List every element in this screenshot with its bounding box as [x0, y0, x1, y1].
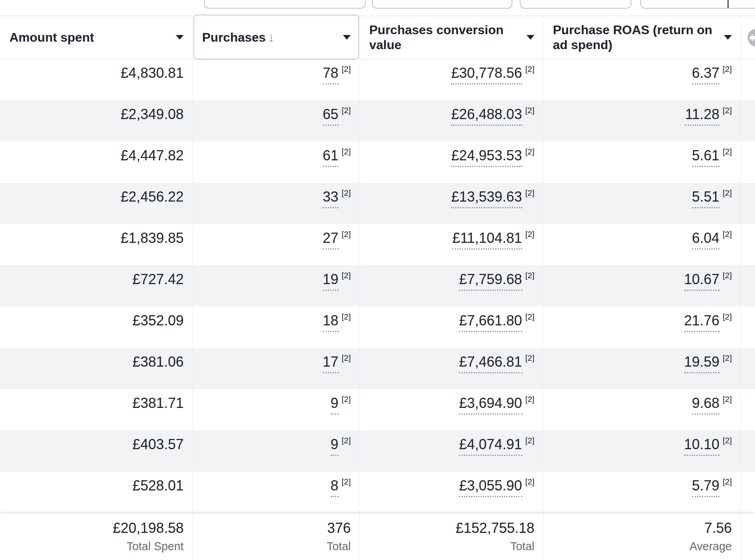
table-row: £352.09 18[2] £7,661.80[2] 21.76[2] — [0, 307, 755, 348]
amount-spent-value: £528.01 — [133, 477, 184, 494]
conversion-value[interactable]: £7,759.68 — [459, 271, 522, 291]
purchases-value[interactable]: 9 — [331, 395, 339, 415]
totals-value: 7.56 — [543, 520, 732, 536]
footnote-marker: [2] — [342, 353, 351, 362]
toolbar-control-divider — [727, 0, 729, 8]
footnote-marker: [2] — [525, 106, 534, 115]
purchases-value[interactable]: 8 — [331, 477, 339, 497]
roas-value[interactable]: 5.61 — [692, 147, 720, 167]
purchases-value[interactable]: 9 — [331, 436, 339, 456]
footnote-marker: [2] — [723, 271, 732, 280]
roas-value[interactable]: 5.79 — [692, 477, 720, 497]
totals-row: £20,198.58 Total Spent 376 Total £152,75… — [0, 513, 755, 560]
totals-spacer — [741, 513, 755, 560]
table-row: £528.01 8[2] £3,055.90[2] 5.79[2] — [0, 472, 755, 513]
roas-value[interactable]: 19.59 — [684, 354, 720, 373]
column-menu-caret-icon[interactable] — [527, 35, 534, 40]
totals-label: Total Spent — [0, 540, 184, 553]
roas-value[interactable]: 9.68 — [692, 395, 720, 415]
amount-spent-cell: £381.06 — [0, 348, 193, 389]
conversion-value[interactable]: £7,466.81 — [459, 354, 522, 373]
purchases-cell: 27[2] — [193, 224, 360, 265]
purchases-value[interactable]: 19 — [323, 271, 339, 291]
amount-spent-cell: £352.09 — [0, 307, 193, 348]
roas-value[interactable]: 21.76 — [684, 312, 720, 332]
purchases-value[interactable]: 17 — [323, 354, 339, 373]
column-header-amount-spent[interactable]: Amount spent — [0, 16, 193, 59]
spacer-cell — [741, 472, 755, 513]
roas-cell: 5.61[2] — [543, 141, 741, 183]
totals-label: Average — [543, 540, 732, 553]
conversion-value[interactable]: £30,778.56 — [451, 65, 522, 84]
conversion-value-cell: £7,466.81[2] — [360, 348, 543, 389]
roas-value[interactable]: 10.67 — [684, 271, 720, 291]
column-header-label: Amount spent — [9, 30, 176, 45]
spacer-cell — [741, 348, 755, 389]
spacer-cell — [741, 265, 755, 307]
footnote-marker: [2] — [525, 312, 534, 321]
table-row: £4,447.82 61[2] £24,953.53[2] 5.61[2] — [0, 141, 755, 183]
conversion-value[interactable]: £3,694.90 — [459, 395, 522, 415]
conversion-value[interactable]: £4,074.91 — [459, 436, 522, 456]
table-header-row: Amount spent Purchases↓ Purchases conver… — [0, 16, 755, 59]
arrow-left-icon-bar — [752, 36, 755, 39]
roas-cell: 5.51[2] — [543, 183, 741, 224]
roas-value[interactable]: 6.37 — [692, 65, 720, 84]
purchases-value[interactable]: 78 — [323, 65, 339, 84]
purchases-cell: 18[2] — [193, 307, 360, 348]
roas-value[interactable]: 11.28 — [685, 106, 719, 126]
toolbar-control-2[interactable] — [372, 0, 512, 9]
column-header-purchases[interactable]: Purchases↓ — [193, 16, 360, 59]
conversion-value[interactable]: £7,661.80 — [459, 312, 522, 332]
footnote-marker: [2] — [342, 147, 351, 156]
footnote-marker: [2] — [342, 395, 351, 404]
roas-value[interactable]: 6.04 — [692, 230, 720, 250]
column-header-purchases-conversion-value[interactable]: Purchases conversion value — [360, 16, 543, 59]
footnote-marker: [2] — [525, 353, 534, 362]
amount-spent-value: £352.09 — [133, 312, 184, 329]
conversion-value-cell: £7,661.80[2] — [360, 307, 543, 348]
conversion-value[interactable]: £13,539.63 — [451, 189, 522, 208]
footnote-marker: [2] — [525, 395, 534, 404]
toolbar-control-4[interactable] — [640, 0, 755, 9]
conversion-value[interactable]: £24,953.53 — [451, 147, 522, 167]
roas-cell: 10.10[2] — [543, 430, 741, 472]
footnote-marker: [2] — [723, 147, 732, 156]
footnote-marker: [2] — [525, 230, 534, 239]
conversion-value-cell: £13,539.63[2] — [360, 183, 543, 224]
table-row: £2,456.22 33[2] £13,539.63[2] 5.51[2] — [0, 183, 755, 224]
table-row: £1,839.85 27[2] £11,104.81[2] 6.04[2] — [0, 224, 755, 265]
conversion-value[interactable]: £11,104.81 — [452, 230, 522, 250]
purchases-value[interactable]: 27 — [323, 230, 339, 250]
column-header-purchase-roas[interactable]: Purchase ROAS (return on ad spend) — [543, 16, 741, 59]
amount-spent-cell: £2,456.22 — [0, 183, 193, 224]
conversion-value-cell: £11,104.81[2] — [360, 224, 543, 265]
purchases-cell: 78[2] — [193, 59, 360, 100]
totals-conversion-value-cell: £152,755.18 Total — [360, 513, 543, 560]
footnote-marker: [2] — [723, 312, 732, 321]
amount-spent-cell: £403.57 — [0, 430, 193, 472]
amount-spent-cell: £2,349.08 — [0, 100, 193, 141]
conversion-value[interactable]: £26,488.03 — [451, 106, 522, 126]
toolbar — [0, 0, 755, 16]
footnote-marker: [2] — [342, 271, 351, 280]
purchases-value[interactable]: 33 — [323, 189, 339, 208]
column-menu-caret-icon[interactable] — [176, 35, 184, 40]
roas-value[interactable]: 10.10 — [684, 436, 720, 456]
conversion-value-cell: £26,488.03[2] — [360, 100, 543, 141]
footnote-marker: [2] — [342, 436, 351, 445]
toolbar-control-1[interactable] — [204, 0, 366, 9]
roas-cell: 10.67[2] — [543, 265, 741, 307]
toolbar-control-3[interactable] — [520, 0, 632, 9]
roas-value[interactable]: 5.51 — [692, 189, 720, 208]
footnote-marker: [2] — [723, 64, 732, 73]
conversion-value[interactable]: £3,055.90 — [459, 477, 522, 497]
footnote-marker: [2] — [525, 436, 534, 445]
column-menu-caret-icon[interactable] — [724, 35, 732, 40]
totals-label: Total — [193, 540, 351, 553]
column-menu-caret-icon[interactable] — [343, 35, 351, 40]
footnote-marker: [2] — [525, 271, 534, 280]
purchases-value[interactable]: 18 — [323, 312, 339, 332]
purchases-value[interactable]: 61 — [323, 147, 339, 167]
purchases-value[interactable]: 65 — [323, 106, 339, 126]
